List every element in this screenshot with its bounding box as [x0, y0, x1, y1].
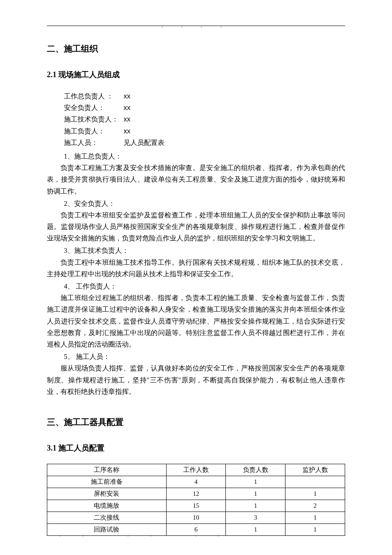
section-2-1-title: 2.1 现场施工人员组成 [47, 69, 345, 80]
role-1-title: 1、施工总负责人： [47, 150, 345, 162]
personnel-item: 工作总负责人 ： xx [64, 90, 345, 102]
role-5-desc: 服从现场负责人指挥、监督，认真做好本岗位的安全工作，严格按照国家安全生产的各项规… [47, 362, 345, 397]
table-cell: 2 [285, 500, 345, 512]
table-cell: 1 [285, 512, 345, 523]
role-3-title: 3、施工技术负责人： [47, 245, 345, 256]
personnel-label: 安全负责人： [64, 102, 124, 113]
table-row: 二次接线 10 3 1 [47, 512, 345, 523]
table-cell: 4 [166, 476, 226, 488]
personnel-label: 施工技术负责人： [64, 113, 124, 125]
footer-dots: .. .. .. [60, 532, 240, 538]
table-cell: 1 [285, 523, 345, 535]
personnel-value: xx [124, 102, 130, 113]
section-3-1-title: 3.1 施工人员配置 [47, 443, 345, 453]
table-header: 监护人数 [285, 464, 345, 476]
role-4-title: 4、 工作负责人： [47, 280, 345, 292]
role-1-desc: 负责本工程施工方案及安全技术措施的审查。是安全施工的组织者、指挥者。作为承包商的… [47, 162, 345, 197]
role-5-title: 5、 施工人员： [47, 351, 345, 362]
table-cell: 12 [166, 488, 226, 500]
table-cell: 1 [226, 500, 285, 512]
personnel-label: 施工负责人： [64, 125, 124, 137]
table-cell: 1 [285, 488, 345, 500]
table-cell: 3 [226, 512, 285, 523]
table-cell: 15 [166, 500, 226, 512]
role-4-desc: 施工班组全过程施工的组织者、指挥者，负责本工程的施工质量、安全检查与监督工作，负… [47, 292, 345, 350]
table-header-row: 工序名称 工作人数 负责人数 监护人数 [47, 464, 345, 476]
table-cell: 施工前准备 [47, 476, 167, 488]
role-3-desc: 负责工程中本班组施工技术指导工作。执行国家有关技术规程规，组织本施工队的技术交底… [47, 257, 345, 280]
table-header: 负责人数 [226, 464, 285, 476]
table-cell: 10 [166, 512, 226, 523]
section-3-title: 三、施工工器具配置 [47, 416, 345, 428]
personnel-list: 工作总负责人 ： xx 安全负责人： xx 施工技术负责人： xx 施工负责人：… [47, 90, 345, 148]
personnel-item: 施工技术负责人： xx [64, 113, 345, 125]
role-2-title: 2、安全负责人： [47, 198, 345, 209]
personnel-value: xx [124, 125, 130, 137]
personnel-item: 施工负责人： xx [64, 125, 345, 137]
table-cell: 二次接线 [47, 512, 167, 523]
table-cell: 1 [226, 488, 285, 500]
personnel-item: 施工人员： 见人员配置表 [64, 137, 345, 148]
table-header: 工作人数 [166, 464, 226, 476]
personnel-label: 工作总负责人 ： [64, 90, 124, 102]
table-cell [285, 476, 345, 488]
table-cell: 屏柜安装 [47, 488, 167, 500]
personnel-label: 施工人员： [64, 137, 124, 148]
role-2-desc: 负责工程中本班组安全监护及监督检查工作，处理本班组施工人员的安全保护和防止事故等… [47, 209, 345, 244]
table-cell: 1 [226, 476, 285, 488]
personnel-config-table: 工序名称 工作人数 负责人数 监护人数 施工前准备 4 1 屏柜安装 12 1 … [47, 464, 345, 536]
table-row: 施工前准备 4 1 [47, 476, 345, 488]
table-row: 屏柜安装 12 1 1 [47, 488, 345, 500]
personnel-item: 安全负责人： xx [64, 102, 345, 113]
table-row: 电缆施放 15 1 2 [47, 500, 345, 512]
personnel-value: 见人员配置表 [124, 137, 164, 148]
table-header: 工序名称 [47, 464, 167, 476]
header-divider: . . . . [47, 26, 345, 26]
header-marks: . . . . [47, 23, 345, 29]
section-2-title: 二、施工组织 [47, 43, 345, 55]
table-cell: 电缆施放 [47, 500, 167, 512]
personnel-value: xx [124, 90, 130, 102]
personnel-value: xx [124, 113, 130, 125]
